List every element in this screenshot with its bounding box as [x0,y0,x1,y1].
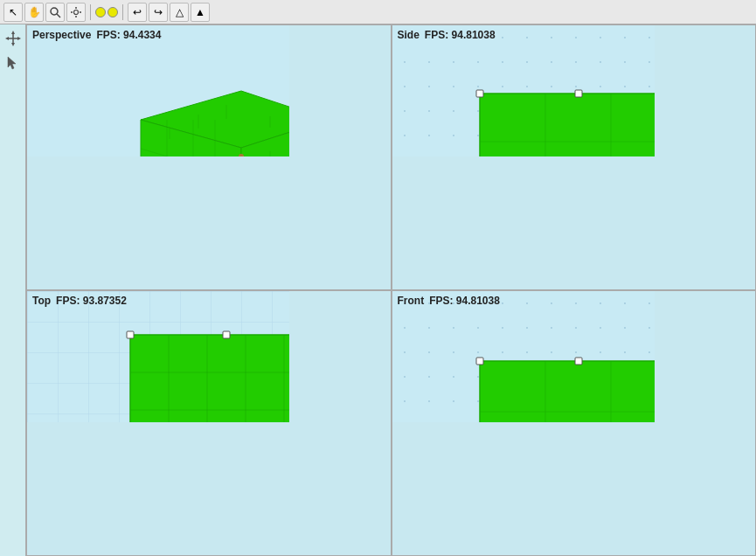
zoom-tool[interactable] [45,3,65,22]
svg-marker-13 [8,57,16,69]
viewport-side[interactable]: Side FPS: 94.81038 [392,24,757,290]
triangle-tool[interactable]: △ [170,3,189,22]
left-panel [0,24,26,556]
redo-tool[interactable]: ↪ [149,3,168,22]
svg-rect-65 [480,94,655,156]
dot-yellow-filled [95,7,106,17]
viewport-perspective[interactable]: Perspective FPS: 94.4334 [26,24,392,290]
svg-point-5 [71,11,73,13]
viewport-front[interactable]: Front FPS: 94.81038 [392,290,757,556]
svg-marker-10 [11,43,15,46]
front-fps-label: FPS: 94.81038 [429,295,500,307]
perspective-name: Perspective [32,29,91,41]
front-name: Front [398,295,425,307]
top-label: Top FPS: 93.87352 [32,295,127,307]
front-grid [392,291,655,422]
svg-rect-89 [127,331,134,338]
viewports-container: Perspective FPS: 94.4334 [26,24,756,556]
dot-yellow-2 [108,7,118,17]
top-name: Top [32,295,51,307]
side-label: Side FPS: 94.81038 [398,29,496,41]
side-grid [392,25,655,156]
move-icon[interactable] [4,30,22,47]
main-area: Perspective FPS: 94.4334 [0,24,756,556]
settings-tool[interactable] [66,3,86,22]
perspective-label: Perspective FPS: 94.4334 [32,29,161,41]
separator-1 [90,4,91,20]
svg-rect-70 [476,90,483,97]
side-fps-label: FPS: 94.81038 [425,29,496,41]
viewport-top[interactable]: Top FPS: 93.87352 [26,290,392,556]
separator-2 [122,4,123,20]
svg-marker-9 [11,31,15,34]
svg-rect-80 [130,335,289,422]
top-grid [27,291,289,422]
svg-point-3 [75,7,77,9]
svg-marker-12 [17,37,21,40]
svg-rect-100 [480,361,655,422]
svg-point-4 [75,16,77,17]
cursor-icon[interactable] [4,54,22,72]
svg-point-0 [51,8,58,15]
svg-rect-109 [575,358,582,365]
svg-point-6 [80,11,81,13]
side-name: Side [398,29,420,41]
top-fps-label: FPS: 93.87352 [56,295,127,307]
toolbar: ↖ ✋ ↩ ↪ △ ▲ [0,0,756,24]
hand-tool[interactable]: ✋ [24,3,44,22]
triangle-filled-tool[interactable]: ▲ [191,3,210,22]
arrow-tool[interactable]: ↖ [3,3,23,22]
svg-rect-93 [223,331,230,338]
svg-rect-74 [575,90,582,97]
undo-tool[interactable]: ↩ [128,3,147,22]
perspective-fps-label: FPS: 94.4334 [96,29,161,41]
svg-marker-11 [5,37,9,40]
perspective-grid [27,25,289,156]
svg-rect-105 [476,358,483,365]
front-label: Front FPS: 94.81038 [398,295,500,307]
svg-point-2 [74,10,79,14]
svg-line-1 [57,14,60,17]
